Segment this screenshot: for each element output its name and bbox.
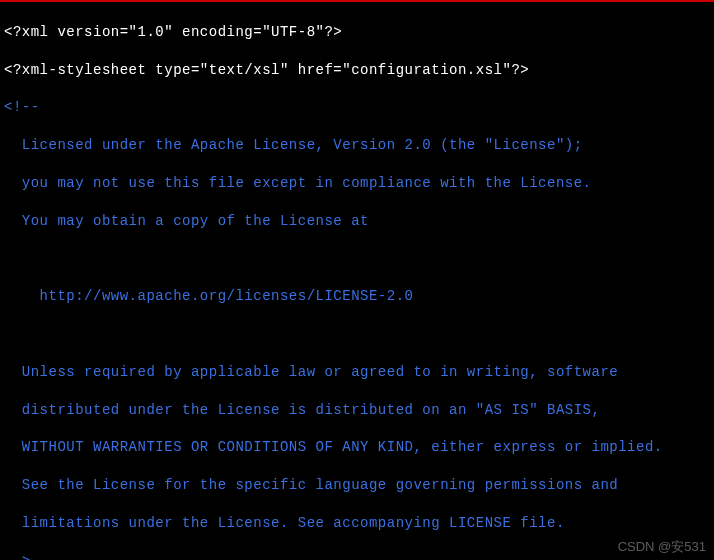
code-line: <!--: [4, 98, 710, 117]
code-line: http://www.apache.org/licenses/LICENSE-2…: [4, 287, 710, 306]
code-line: WITHOUT WARRANTIES OR CONDITIONS OF ANY …: [4, 438, 710, 457]
code-line: Unless required by applicable law or agr…: [4, 363, 710, 382]
code-line: [4, 250, 710, 269]
code-line: limitations under the License. See accom…: [4, 514, 710, 533]
code-line: You may obtain a copy of the License at: [4, 212, 710, 231]
code-line: <?xml-stylesheet type="text/xsl" href="c…: [4, 61, 710, 80]
code-line: Licensed under the Apache License, Versi…: [4, 136, 710, 155]
code-line: you may not use this file except in comp…: [4, 174, 710, 193]
vim-editor[interactable]: <?xml version="1.0" encoding="UTF-8"?> <…: [0, 2, 714, 560]
code-line: [4, 325, 710, 344]
code-line: See the License for the specific languag…: [4, 476, 710, 495]
watermark: CSDN @安531: [618, 538, 706, 556]
code-line: -->: [4, 552, 710, 560]
code-line: distributed under the License is distrib…: [4, 401, 710, 420]
code-line: <?xml version="1.0" encoding="UTF-8"?>: [4, 23, 710, 42]
